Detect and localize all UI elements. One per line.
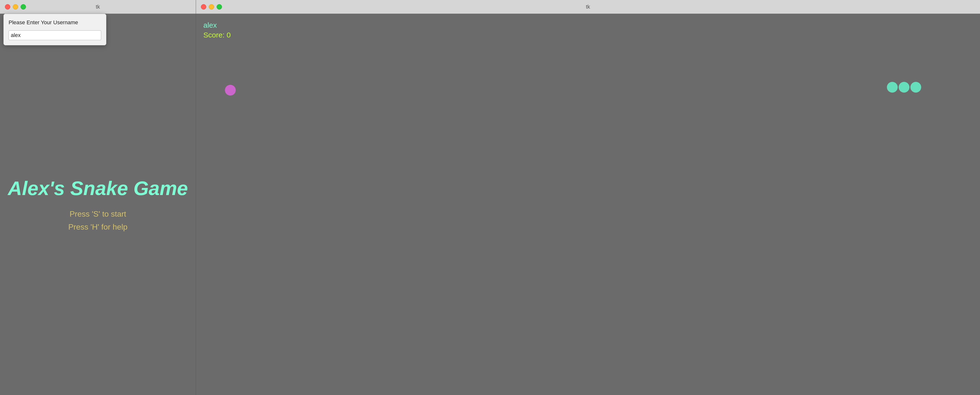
username-dialog: Please Enter Your Username — [3, 14, 106, 45]
right-titlebar: tk — [196, 0, 980, 14]
left-titlebar: tk — [0, 0, 196, 14]
right-traffic-lights — [201, 4, 222, 10]
left-game-canvas: Alex's Snake Game Press 'S' to start Pre… — [0, 14, 196, 395]
right-maximize-button[interactable] — [216, 4, 222, 10]
start-instruction: Press 'S' to start — [70, 210, 126, 218]
left-window: tk Please Enter Your Username Alex's Sna… — [0, 0, 196, 395]
player-name-label: alex — [204, 21, 217, 29]
right-close-button[interactable] — [201, 4, 206, 10]
username-input[interactable] — [9, 30, 101, 40]
right-game-canvas: alex Score: 0 — [196, 14, 980, 395]
maximize-button[interactable] — [21, 4, 26, 10]
right-window: tk alex Score: 0 — [196, 0, 980, 395]
food-dot — [225, 85, 236, 96]
game-title: Alex's Snake Game — [8, 177, 188, 200]
minimize-button[interactable] — [13, 4, 18, 10]
right-titlebar-title: tk — [586, 4, 590, 10]
help-instruction: Press 'H' for help — [68, 223, 128, 232]
score-display: Score: 0 — [204, 31, 231, 39]
dialog-prompt-text: Please Enter Your Username — [9, 19, 101, 27]
close-button[interactable] — [5, 4, 10, 10]
right-minimize-button[interactable] — [209, 4, 214, 10]
snake-segment-2 — [899, 82, 910, 92]
score-value: 0 — [227, 31, 231, 39]
left-titlebar-title: tk — [96, 4, 100, 10]
score-label: Score: — [204, 31, 227, 39]
snake-segment-3 — [910, 82, 921, 92]
left-traffic-lights — [5, 4, 26, 10]
snake-segment-1 — [887, 82, 898, 92]
game-instructions: Press 'S' to start Press 'H' for help — [68, 210, 128, 232]
